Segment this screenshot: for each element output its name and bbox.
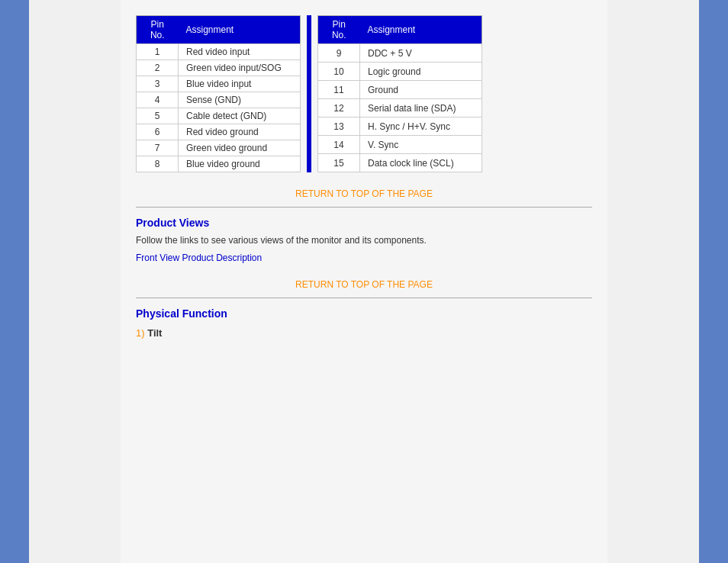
pin-number-cell: 7: [137, 140, 179, 156]
left-sidebar: [0, 0, 29, 563]
table-row: 3Blue video input: [137, 76, 301, 92]
assignment-cell: DDC + 5 V: [360, 44, 482, 63]
pin-number-cell: 11: [318, 81, 360, 99]
table-row: 10Logic ground: [318, 63, 482, 81]
return-link-2[interactable]: RETURN TO TOP OF THE PAGE: [136, 278, 592, 290]
pin-number-cell: 3: [137, 76, 179, 92]
return-link-2-anchor[interactable]: RETURN TO TOP OF THE PAGE: [295, 279, 433, 290]
table-divider: [307, 15, 311, 172]
table-row: 6Red video ground: [137, 124, 301, 140]
assignment-cell: Green video input/SOG: [179, 60, 301, 76]
pin-number-cell: 1: [137, 44, 179, 60]
left-table-header-assignment: Assignment: [179, 16, 301, 44]
pin-number-cell: 8: [137, 156, 179, 172]
product-views-title: Product Views: [136, 217, 592, 229]
pin-number-cell: 2: [137, 60, 179, 76]
physical-item-label: Tilt: [147, 327, 162, 339]
assignment-cell: Blue video ground: [179, 156, 301, 172]
table-row: 1Red video input: [137, 44, 301, 60]
assignment-cell: Data clock line (SCL): [360, 154, 482, 172]
physical-item-number: 1): [136, 327, 145, 339]
assignment-cell: Cable detect (GND): [179, 108, 301, 124]
table-row: 14V. Sync: [318, 136, 482, 154]
assignment-cell: Blue video input: [179, 76, 301, 92]
pin-number-cell: 5: [137, 108, 179, 124]
divider-2: [136, 298, 592, 298]
left-pin-table: Pin No. Assignment 1Red video input2Gree…: [136, 15, 301, 172]
assignment-cell: Sense (GND): [179, 92, 301, 108]
return-link-1[interactable]: RETURN TO TOP OF THE PAGE: [136, 188, 592, 199]
assignment-cell: Serial data line (SDA): [360, 99, 482, 117]
table-row: 13H. Sync / H+V. Sync: [318, 117, 482, 136]
table-row: 11Ground: [318, 81, 482, 99]
pin-number-cell: 9: [318, 44, 360, 63]
right-pin-table: Pin No. Assignment 9DDC + 5 V10Logic gro…: [317, 15, 482, 172]
right-sidebar: [699, 0, 728, 563]
assignment-cell: Logic ground: [360, 63, 482, 81]
assignment-cell: Green video ground: [179, 140, 301, 156]
table-row: 15Data clock line (SCL): [318, 154, 482, 172]
table-row: 5Cable detect (GND): [137, 108, 301, 124]
return-link-1-anchor[interactable]: RETURN TO TOP OF THE PAGE: [295, 188, 433, 199]
table-row: 8Blue video ground: [137, 156, 301, 172]
physical-function-section: Physical Function 1) Tilt: [136, 307, 592, 339]
table-row: 9DDC + 5 V: [318, 44, 482, 63]
left-table-header-pin: Pin No.: [137, 16, 179, 44]
pin-number-cell: 6: [137, 124, 179, 140]
table-row: 2Green video input/SOG: [137, 60, 301, 76]
pin-number-cell: 14: [318, 136, 360, 154]
assignment-cell: Red video ground: [179, 124, 301, 140]
pin-number-cell: 12: [318, 99, 360, 117]
right-table-header-assignment: Assignment: [360, 16, 482, 44]
assignment-cell: V. Sync: [360, 136, 482, 154]
right-table-header-pin: Pin No.: [318, 16, 360, 44]
table-row: 12Serial data line (SDA): [318, 99, 482, 117]
physical-function-title: Physical Function: [136, 307, 592, 320]
assignment-cell: Red video input: [179, 44, 301, 60]
pin-table-container: Pin No. Assignment 1Red video input2Gree…: [136, 15, 592, 172]
assignment-cell: Ground: [360, 81, 482, 99]
table-row: 7Green video ground: [137, 140, 301, 156]
pin-number-cell: 4: [137, 92, 179, 108]
assignment-cell: H. Sync / H+V. Sync: [360, 117, 482, 136]
left-inner-sidebar: [29, 0, 121, 563]
pin-number-cell: 10: [318, 63, 360, 81]
table-row: 4Sense (GND): [137, 92, 301, 108]
divider-1: [136, 207, 592, 208]
pin-number-cell: 13: [318, 117, 360, 136]
product-views-section: Product Views Follow the links to see va…: [136, 217, 592, 263]
product-views-description: Follow the links to see various views of…: [136, 235, 592, 246]
physical-item-1: 1) Tilt: [136, 327, 592, 339]
front-view-link[interactable]: Front View Product Description: [136, 253, 262, 263]
right-inner-sidebar: [607, 0, 699, 563]
pin-number-cell: 15: [318, 154, 360, 172]
main-content: Pin No. Assignment 1Red video input2Gree…: [121, 0, 607, 563]
